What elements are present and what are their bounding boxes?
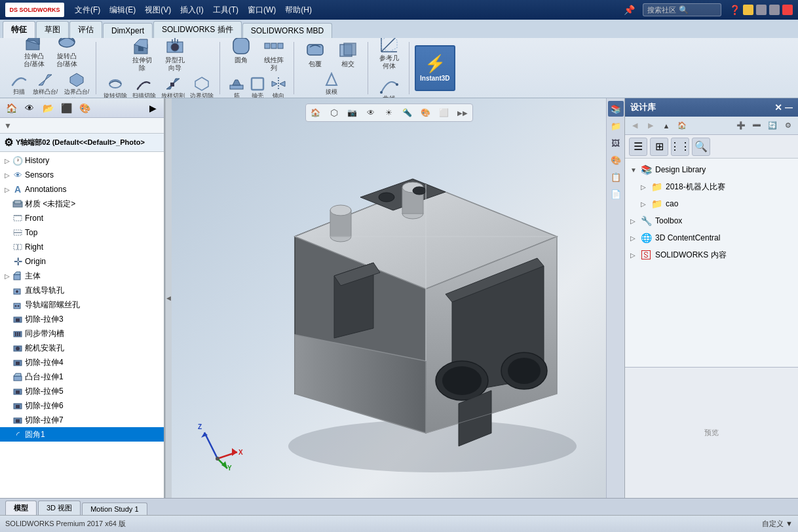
tab-model[interactable]: 模型: [5, 501, 37, 515]
nav-add-location-button[interactable]: ➕: [734, 119, 748, 133]
tree-item-duoji[interactable]: ▷ 舵机安装孔: [0, 341, 164, 355]
menu-tools[interactable]: 工具(T): [209, 3, 242, 17]
tree-item-qiechu6[interactable]: ▷ 切除-拉伸6: [0, 398, 164, 413]
tab-evaluate[interactable]: 评估: [69, 21, 102, 38]
menu-insert[interactable]: 插入(I): [176, 3, 207, 17]
design-library-side-icon[interactable]: 📚: [608, 101, 624, 117]
menu-help[interactable]: 帮助(H): [281, 3, 316, 17]
display-style-button[interactable]: 👁: [362, 105, 379, 120]
maximize-button[interactable]: [769, 5, 780, 15]
pin-icon[interactable]: 📌: [624, 5, 635, 15]
tree-item-front[interactable]: ▷ Front: [0, 211, 164, 225]
expand-2018robot[interactable]: ▷: [641, 183, 650, 191]
camera-button[interactable]: 📷: [344, 105, 361, 120]
help-icon[interactable]: ❓: [729, 5, 740, 15]
revolve-cut-button[interactable]: 旋转切除: [102, 75, 129, 98]
tab-features[interactable]: 特征: [3, 21, 35, 38]
fillet-button[interactable]: 圆角: [225, 38, 257, 73]
hide-show-button[interactable]: ☀: [381, 105, 398, 120]
linpattern-button[interactable]: 线性阵列: [258, 38, 290, 73]
expand-cao[interactable]: ▷: [641, 200, 650, 208]
nav-up-button[interactable]: ▲: [659, 119, 674, 133]
instant3d-button[interactable]: ⚡ Instant3D: [415, 45, 455, 91]
appearances-side-icon[interactable]: 🎨: [608, 152, 624, 168]
ref-geometry-button[interactable]: 参考几何体: [373, 38, 405, 71]
appearance-button[interactable]: 🎨: [76, 100, 93, 117]
view-large-button[interactable]: ⊞: [650, 138, 668, 156]
zoom-fit-button[interactable]: ⬡: [326, 105, 343, 120]
lib-item-sw-content[interactable]: ▷ 🅂 SOLIDWORKS 内容: [625, 246, 798, 263]
expand-history[interactable]: ▷: [3, 156, 12, 165]
view-list-button[interactable]: ☰: [629, 138, 647, 156]
tree-item-qiechu5[interactable]: ▷ 切除-拉伸5: [0, 384, 164, 398]
curves-button[interactable]: 曲线: [373, 73, 405, 98]
section-view-button[interactable]: ⬜: [436, 105, 453, 120]
appearance2-button[interactable]: 🎨: [417, 105, 434, 120]
customize-button[interactable]: 自定义 ▼: [762, 519, 793, 529]
nav-forward-button[interactable]: ▶: [643, 119, 658, 133]
sweep-cut-button[interactable]: 扫描切除: [130, 75, 158, 98]
nav-remove-location-button[interactable]: ➖: [750, 119, 764, 133]
extrude-cut-button[interactable]: 拉伸切除: [126, 38, 158, 73]
scene-button[interactable]: ▶: [144, 100, 161, 117]
expand-design-library[interactable]: ▼: [630, 166, 639, 174]
close-button[interactable]: [782, 5, 793, 15]
custom-properties-side-icon[interactable]: 📋: [608, 169, 624, 185]
panel-collapse-handle[interactable]: ◀: [165, 98, 172, 498]
tab-sketch[interactable]: 草图: [36, 21, 69, 38]
view-more-button[interactable]: ▶▶: [454, 105, 471, 120]
sweep-button[interactable]: 扫描: [9, 71, 29, 98]
menu-edit[interactable]: 编辑(E): [105, 3, 140, 17]
expand-sensors[interactable]: ▷: [3, 170, 12, 180]
expand-3d-content[interactable]: ▷: [630, 235, 639, 242]
tab-sw-mbd[interactable]: SOLIDWORKS MBD: [242, 23, 332, 38]
tab-3d-view[interactable]: 3D 视图: [38, 501, 81, 515]
view-selector-button[interactable]: 👁: [21, 100, 38, 117]
folder-button[interactable]: 📂: [39, 100, 56, 117]
view-small-button[interactable]: ⋮⋮: [671, 138, 689, 156]
tree-item-qiechu4[interactable]: ▷ 切除-拉伸4: [0, 355, 164, 370]
draft-button[interactable]: 拔模: [322, 71, 341, 98]
tree-item-annotations[interactable]: ▷ A Annotations: [0, 182, 164, 197]
revolve-boss-button[interactable]: 旋转凸台/基体: [51, 38, 83, 69]
menu-file[interactable]: 文件(F): [71, 3, 104, 17]
expand-annotations[interactable]: ▷: [3, 185, 12, 194]
tree-item-material[interactable]: ▷ 材质 <未指定>: [0, 197, 164, 211]
tab-dimxpert[interactable]: DimXpert: [103, 23, 153, 38]
menu-window[interactable]: 窗口(W): [244, 3, 280, 17]
expand-sw-content[interactable]: ▷: [630, 252, 639, 259]
wrap-button[interactable]: 包覆: [299, 38, 331, 69]
tree-item-guidao[interactable]: ▷ 导轨端部螺丝孔: [0, 297, 164, 312]
intersect-button[interactable]: 相交: [332, 38, 364, 69]
tree-item-zhixian[interactable]: ▷ 直线导轨孔: [0, 283, 164, 297]
design-library-close-button[interactable]: ✕: [774, 102, 782, 113]
loft-boss-button[interactable]: 放样凸台/基体: [30, 71, 60, 98]
design-library-expand-icon[interactable]: —: [785, 103, 793, 112]
expand-toolbox[interactable]: ▷: [630, 218, 639, 225]
minimize-button[interactable]: [743, 5, 753, 15]
tree-item-gutai1[interactable]: ▷ 凸台-拉伸1: [0, 370, 164, 384]
search-lib-button[interactable]: 🔍: [692, 138, 710, 156]
restore-button[interactable]: [756, 5, 767, 15]
viewport[interactable]: 🏠 ⬡ 📷 👁 ☀ 🔦 🎨 ⬜ ▶▶: [172, 98, 606, 498]
nav-options-button[interactable]: ⚙: [781, 119, 795, 133]
lib-item-toolbox[interactable]: ▷ 🔧 Toolbox: [625, 212, 798, 229]
hole-wizard-button[interactable]: 异型孔向导: [159, 38, 191, 73]
lighting-button[interactable]: 🔦: [399, 105, 416, 120]
extrude-boss-button[interactable]: 拉伸凸台/基体: [18, 38, 50, 69]
search-box[interactable]: 搜索社区 🔍: [643, 3, 721, 16]
document-properties-side-icon[interactable]: 📄: [608, 186, 624, 202]
file-explorer-side-icon[interactable]: 📁: [608, 118, 624, 134]
rib-button[interactable]: 筋: [227, 75, 246, 98]
tab-sw-plugins[interactable]: SOLIDWORKS 插件: [153, 21, 242, 38]
tree-item-tongbu[interactable]: ▷ 同步带沟槽: [0, 326, 164, 341]
shell-button[interactable]: 抽壳: [248, 75, 267, 98]
lib-item-2018robot[interactable]: ▷ 📁 2018-机器人比赛: [625, 178, 798, 195]
home-view-button[interactable]: 🏠: [307, 105, 324, 120]
tree-item-history[interactable]: ▷ 🕐 History: [0, 153, 164, 168]
lib-item-cao[interactable]: ▷ 📁 cao: [625, 195, 798, 212]
view-palette-side-icon[interactable]: 🖼: [608, 135, 624, 151]
lib-item-3d-content[interactable]: ▷ 🌐 3D ContentCentral: [625, 229, 798, 246]
menu-view[interactable]: 视图(V): [141, 3, 175, 17]
nav-home-button[interactable]: 🏠: [675, 119, 689, 133]
